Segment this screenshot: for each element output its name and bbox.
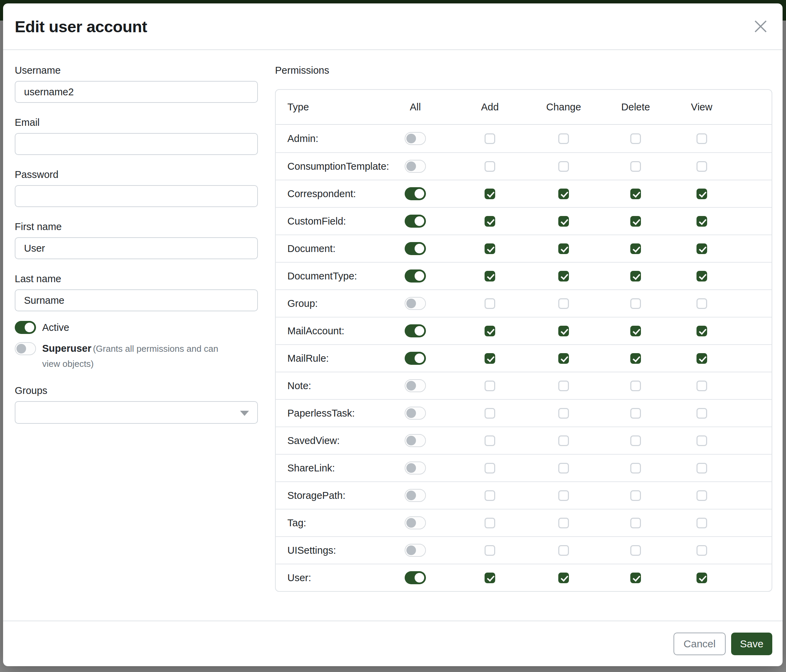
permission-add-checkbox[interactable] — [484, 435, 495, 446]
permission-view-checkbox[interactable] — [696, 545, 707, 556]
username-input[interactable] — [15, 81, 258, 103]
permission-add-checkbox[interactable] — [484, 381, 495, 391]
permission-delete-checkbox[interactable] — [630, 353, 641, 364]
permission-view-checkbox[interactable] — [696, 353, 707, 364]
permission-all-toggle[interactable] — [405, 462, 426, 474]
permission-delete-checkbox[interactable] — [630, 408, 641, 419]
permission-view-checkbox[interactable] — [696, 573, 707, 583]
permission-all-toggle[interactable] — [405, 407, 426, 420]
permission-delete-checkbox[interactable] — [630, 573, 641, 583]
permission-add-checkbox[interactable] — [484, 518, 495, 528]
email-input[interactable] — [15, 133, 258, 155]
permission-add-checkbox[interactable] — [484, 326, 495, 336]
permission-all-toggle[interactable] — [405, 324, 426, 338]
permission-view-checkbox[interactable] — [696, 188, 707, 199]
permission-change-checkbox[interactable] — [558, 243, 569, 254]
permission-all-toggle[interactable] — [405, 517, 426, 529]
password-input[interactable] — [15, 185, 258, 207]
permission-all-toggle[interactable] — [405, 132, 426, 145]
permission-delete-checkbox[interactable] — [630, 326, 641, 336]
permission-add-checkbox[interactable] — [484, 463, 495, 474]
groups-select[interactable] — [15, 401, 258, 424]
superuser-toggle[interactable] — [15, 342, 36, 355]
permission-view-checkbox[interactable] — [696, 133, 707, 144]
permission-change-checkbox[interactable] — [558, 435, 569, 446]
permission-all-toggle[interactable] — [405, 434, 426, 447]
toggle-knob — [406, 162, 416, 171]
permission-change-checkbox[interactable] — [558, 216, 569, 227]
permission-view-checkbox[interactable] — [696, 243, 707, 254]
permission-add-checkbox[interactable] — [484, 133, 495, 144]
cancel-button[interactable]: Cancel — [673, 633, 726, 655]
permission-add-checkbox[interactable] — [484, 573, 495, 583]
permission-change-checkbox[interactable] — [558, 133, 569, 144]
permission-all-toggle[interactable] — [405, 489, 426, 502]
last-name-input[interactable] — [15, 289, 258, 311]
permission-delete-checkbox[interactable] — [630, 435, 641, 446]
permission-change-checkbox[interactable] — [558, 463, 569, 474]
permission-delete-checkbox[interactable] — [630, 545, 641, 556]
permission-all-toggle[interactable] — [405, 215, 426, 228]
permission-view-checkbox[interactable] — [696, 435, 707, 446]
permission-delete-checkbox[interactable] — [630, 133, 641, 144]
permission-all-toggle[interactable] — [405, 187, 426, 200]
permission-change-checkbox[interactable] — [558, 298, 569, 309]
permission-delete-checkbox[interactable] — [630, 463, 641, 474]
permission-change-checkbox[interactable] — [558, 573, 569, 583]
permission-change-checkbox[interactable] — [558, 271, 569, 281]
permission-all-toggle[interactable] — [405, 270, 426, 283]
permission-add-checkbox[interactable] — [484, 188, 495, 199]
permission-delete-checkbox[interactable] — [630, 216, 641, 227]
permission-row: PaperlessTask: — [276, 399, 772, 427]
permission-view-checkbox[interactable] — [696, 490, 707, 501]
permission-add-checkbox[interactable] — [484, 353, 495, 364]
close-button[interactable] — [752, 18, 769, 35]
permission-delete-checkbox[interactable] — [630, 243, 641, 254]
permission-view-checkbox[interactable] — [696, 518, 707, 528]
permission-add-checkbox[interactable] — [484, 298, 495, 309]
permission-delete-checkbox[interactable] — [630, 161, 641, 172]
permission-delete-checkbox[interactable] — [630, 518, 641, 528]
permission-view-checkbox[interactable] — [696, 161, 707, 172]
permission-all-toggle[interactable] — [405, 544, 426, 557]
permission-view-checkbox[interactable] — [696, 408, 707, 419]
permission-change-checkbox[interactable] — [558, 381, 569, 391]
first-name-input[interactable] — [15, 237, 258, 259]
permission-all-toggle[interactable] — [405, 571, 426, 584]
permission-all-toggle[interactable] — [405, 242, 426, 255]
save-button[interactable]: Save — [731, 633, 772, 655]
permission-view-checkbox[interactable] — [696, 381, 707, 391]
permission-view-checkbox[interactable] — [696, 271, 707, 281]
permission-change-checkbox[interactable] — [558, 353, 569, 364]
permission-add-checkbox[interactable] — [484, 161, 495, 172]
permission-add-checkbox[interactable] — [484, 243, 495, 254]
permission-add-checkbox[interactable] — [484, 216, 495, 227]
active-toggle[interactable] — [15, 321, 36, 334]
permission-delete-checkbox[interactable] — [630, 490, 641, 501]
permission-delete-checkbox[interactable] — [630, 188, 641, 199]
permission-add-checkbox[interactable] — [484, 408, 495, 419]
permission-change-checkbox[interactable] — [558, 490, 569, 501]
toggle-knob — [406, 134, 416, 143]
permission-change-checkbox[interactable] — [558, 161, 569, 172]
permission-add-checkbox[interactable] — [484, 490, 495, 501]
permission-view-checkbox[interactable] — [696, 216, 707, 227]
permission-change-checkbox[interactable] — [558, 408, 569, 419]
permission-view-checkbox[interactable] — [696, 463, 707, 474]
permission-delete-checkbox[interactable] — [630, 271, 641, 281]
permission-view-checkbox[interactable] — [696, 298, 707, 309]
permission-view-checkbox[interactable] — [696, 326, 707, 336]
permission-change-checkbox[interactable] — [558, 518, 569, 528]
permission-all-toggle[interactable] — [405, 379, 426, 392]
permission-change-checkbox[interactable] — [558, 326, 569, 336]
permission-all-toggle[interactable] — [405, 352, 426, 365]
superuser-label: Superuser — [42, 343, 91, 354]
permission-add-checkbox[interactable] — [484, 545, 495, 556]
permission-all-toggle[interactable] — [405, 160, 426, 173]
permission-delete-checkbox[interactable] — [630, 381, 641, 391]
permission-all-toggle[interactable] — [405, 297, 426, 310]
permission-change-checkbox[interactable] — [558, 188, 569, 199]
permission-change-checkbox[interactable] — [558, 545, 569, 556]
permission-delete-checkbox[interactable] — [630, 298, 641, 309]
permission-add-checkbox[interactable] — [484, 271, 495, 281]
